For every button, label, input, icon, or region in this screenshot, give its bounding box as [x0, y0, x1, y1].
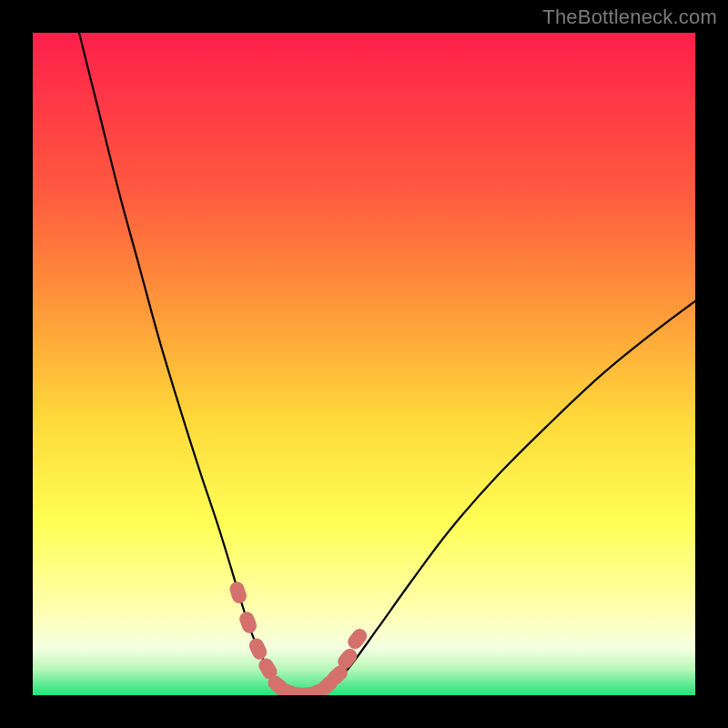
plot-svg — [33, 33, 695, 695]
plot-area — [33, 33, 695, 695]
gradient-background — [33, 33, 695, 695]
chart-frame: TheBottleneck.com — [0, 0, 728, 728]
watermark-text: TheBottleneck.com — [542, 5, 717, 29]
